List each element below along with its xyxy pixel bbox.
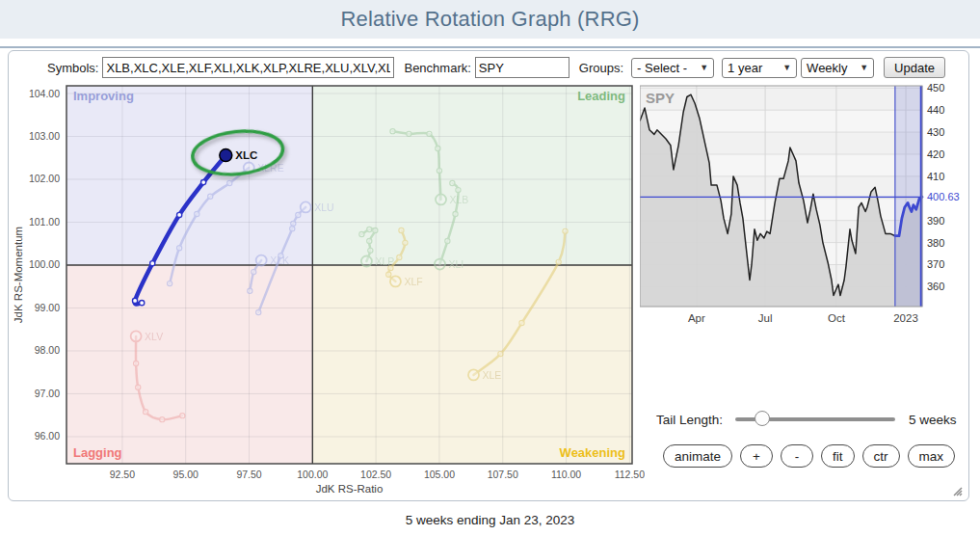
tail-length-control: Tail Length: 5 weeks [656, 409, 957, 430]
center-button[interactable]: ctr [862, 444, 900, 468]
node-head-XLK [256, 255, 267, 266]
date-range-caption: 5 weeks ending Jan 23, 2023 [0, 513, 980, 527]
svg-text:100.00: 100.00 [29, 258, 60, 270]
rrg-y-axis-title: JdK RS-Momentum [13, 227, 24, 323]
svg-text:104.00: 104.00 [29, 88, 60, 99]
svg-text:440: 440 [927, 104, 944, 116]
quadrant-weakening [312, 265, 632, 464]
fit-button[interactable]: fit [821, 444, 855, 468]
svg-text:110.00: 110.00 [551, 469, 581, 480]
svg-text:102.50: 102.50 [360, 469, 391, 480]
svg-text:95.00: 95.00 [173, 469, 199, 480]
tail-length-label: Tail Length: [656, 413, 723, 427]
node-head-XLB [436, 194, 446, 204]
svg-text:100.00: 100.00 [297, 469, 328, 480]
node-head-XLP [361, 255, 372, 266]
spy-benchmark-chart[interactable]: SPY360370380390410420430440450400.63AprJ… [640, 51, 970, 340]
resize-handle-icon[interactable] [948, 482, 964, 497]
symbol-label-XLK: XLK [270, 255, 289, 266]
svg-text:99.00: 99.00 [35, 302, 60, 313]
symbol-label-XLV: XLV [145, 331, 163, 342]
zoom-in-button[interactable]: + [740, 444, 773, 468]
slider-thumb-handle[interactable] [755, 411, 770, 426]
quadrant-label-leading: Leading [577, 89, 625, 103]
spy-symbol-label: SPY [646, 90, 675, 106]
animate-button[interactable]: animate [663, 444, 732, 468]
svg-text:450: 450 [927, 82, 944, 94]
svg-text:105.00: 105.00 [424, 469, 455, 480]
node-head-XLI [435, 259, 445, 270]
svg-text:390: 390 [927, 215, 944, 227]
node-head-XLV [131, 331, 142, 341]
svg-text:380: 380 [927, 237, 944, 249]
svg-text:410: 410 [927, 171, 944, 182]
svg-text:360: 360 [927, 281, 944, 292]
node-head-XLC [220, 149, 232, 162]
last-price-label: 400.63 [927, 191, 960, 202]
svg-text:370: 370 [927, 258, 944, 270]
quadrant-lagging [66, 265, 312, 464]
svg-text:Oct: Oct [828, 312, 846, 324]
header-divider [0, 46, 980, 48]
quadrant-label-improving: Improving [73, 89, 134, 103]
svg-text:98.00: 98.00 [35, 344, 60, 356]
symbol-label-XLC: XLC [235, 149, 257, 161]
svg-text:112.50: 112.50 [615, 469, 645, 480]
svg-text:97.50: 97.50 [236, 469, 261, 480]
symbol-label-XLF: XLF [404, 276, 422, 287]
svg-text:Apr: Apr [688, 312, 705, 324]
svg-text:97.00: 97.00 [35, 388, 60, 399]
main-panel: Symbols: Benchmark: Groups: - Select - ▼… [8, 50, 969, 501]
svg-text:102.00: 102.00 [29, 173, 60, 184]
symbol-label-XLE: XLE [482, 369, 501, 381]
max-button[interactable]: max [908, 444, 956, 468]
rrg-app: Relative Rotation Graph (RRG) Symbols: B… [0, 0, 980, 536]
symbol-label-XLU: XLU [314, 201, 333, 213]
tail-length-value: 5 weeks [909, 413, 957, 427]
node-head-XLE [468, 369, 479, 380]
svg-text:420: 420 [927, 148, 944, 160]
rrg-chart[interactable]: ImprovingLeadingLaggingWeakening92.5095.… [9, 51, 645, 500]
zoom-out-button[interactable]: - [781, 444, 813, 468]
quadrant-improving [66, 86, 312, 265]
svg-text:103.00: 103.00 [29, 130, 60, 142]
svg-text:2023: 2023 [893, 312, 918, 324]
svg-text:Jul: Jul [758, 312, 773, 324]
page-title: Relative Rotation Graph (RRG) [340, 7, 639, 32]
tail-period-band [895, 86, 922, 307]
svg-text:101.00: 101.00 [29, 216, 60, 228]
tail-length-slider[interactable] [735, 417, 895, 421]
quadrant-label-lagging: Lagging [73, 445, 122, 460]
symbol-label-XLI: XLI [448, 258, 464, 270]
svg-text:92.50: 92.50 [110, 469, 135, 480]
node-head-XLU [301, 201, 311, 212]
chart-buttons: animate + - fit ctr max [663, 444, 955, 468]
svg-text:430: 430 [927, 126, 944, 138]
quadrant-label-weakening: Weakening [560, 445, 625, 460]
svg-text:96.00: 96.00 [35, 430, 60, 442]
page-header: Relative Rotation Graph (RRG) [0, 0, 980, 39]
node-head-XLF [390, 276, 401, 286]
rrg-x-axis-title: JdK RS-Ratio [316, 483, 384, 495]
svg-text:107.50: 107.50 [488, 469, 518, 480]
quadrant-leading [312, 86, 632, 265]
